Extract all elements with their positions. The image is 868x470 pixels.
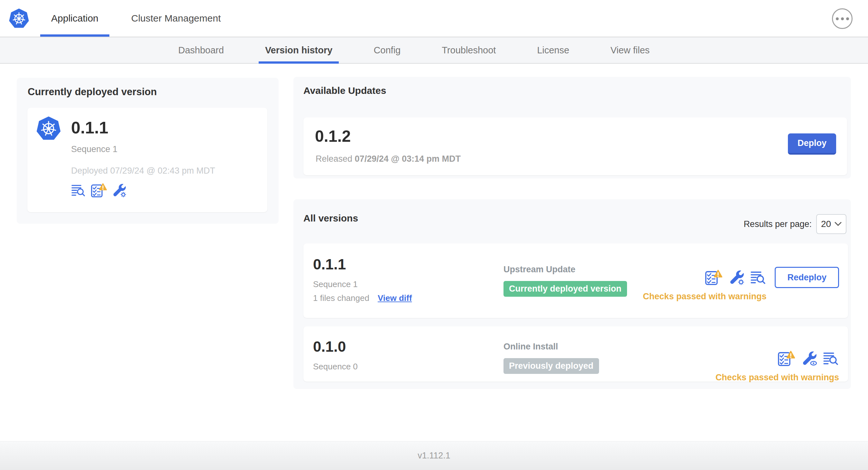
deployed-version-panel: 0.1.1 Sequence 1 Deployed 07/29/24 @ 02:… [27,108,267,212]
header-tabs: Application Cluster Management [40,0,231,37]
tab-view-files[interactable]: View files [604,37,656,63]
tab-config[interactable]: Config [367,37,407,63]
version-number: 0.1.0 [313,339,358,354]
tab-dashboard[interactable]: Dashboard [172,37,230,63]
tab-troubleshoot[interactable]: Troubleshoot [435,37,502,63]
version-source: Upstream Update [503,265,627,274]
version-sequence: Sequence 1 [313,279,412,289]
status-badge: Currently deployed version [503,281,627,297]
release-notes-icon[interactable] [750,269,766,286]
tab-version-history[interactable]: Version history [259,37,339,63]
deployed-version-number: 0.1.1 [71,119,215,136]
chevron-down-icon [835,222,842,226]
deploy-button[interactable]: Deploy [788,133,836,155]
version-row-0-1-1: 0.1.1 Sequence 1 1 files changed View di… [303,243,848,318]
released-prefix: Released [316,154,352,164]
kubernetes-logo [8,8,30,29]
ellipsis-menu-icon[interactable] [832,8,852,29]
tab-license[interactable]: License [530,37,576,63]
version-sequence: Sequence 0 [313,362,358,372]
release-notes-icon[interactable] [823,350,839,367]
all-versions-title: All versions [303,213,358,224]
results-per-page-select[interactable]: 20 [816,214,846,234]
preflight-checks-warning-icon[interactable] [705,269,722,286]
results-per-page-label: Results per page: [743,219,812,229]
deployed-sequence: Sequence 1 [71,144,215,154]
update-released-timestamp: Released 07/29/24 @ 03:14 pm MDT [316,154,461,164]
version-source: Online Install [503,342,599,352]
preflight-checks-warning-icon[interactable] [90,183,107,198]
checks-status-text[interactable]: Checks passed with warnings [715,373,839,382]
currently-deployed-title: Currently deployed version [28,86,157,98]
available-updates-card: Available Updates 0.1.2 Released 07/29/2… [293,77,851,178]
view-config-icon[interactable] [801,350,817,367]
edit-config-icon[interactable] [728,269,744,286]
app-header: Application Cluster Management [0,0,868,37]
view-diff-link[interactable]: View diff [378,293,412,303]
currently-deployed-card: Currently deployed version 0.1.1 Sequenc… [17,78,279,224]
tab-cluster-management[interactable]: Cluster Management [120,0,231,37]
preflight-checks-warning-icon[interactable] [777,350,795,367]
available-updates-title: Available Updates [303,85,386,96]
version-number: 0.1.1 [313,257,412,272]
version-row-0-1-0: 0.1.0 Sequence 0 Online Install Previous… [303,326,848,381]
app-footer: v1.112.1 [0,441,868,470]
tab-application[interactable]: Application [40,0,110,37]
released-date: 07/29/24 @ 03:14 pm MDT [355,154,461,164]
release-notes-icon[interactable] [71,183,86,198]
checks-status-text[interactable]: Checks passed with warnings [643,292,766,302]
status-badge: Previously deployed [503,358,599,374]
all-versions-card: All versions Results per page: 20 0.1.1 … [293,199,851,389]
update-version-number: 0.1.2 [315,127,351,146]
deployed-timestamp: Deployed 07/29/24 @ 02:43 pm MDT [71,166,215,176]
update-row: 0.1.2 Released 07/29/24 @ 03:14 pm MDT D… [303,118,847,175]
app-subnav: Dashboard Version history Config Trouble… [0,37,868,64]
redeploy-button[interactable]: Redeploy [775,267,839,288]
app-icon [36,115,61,141]
console-version: v1.112.1 [417,451,451,461]
files-changed-text: 1 files changed [313,293,369,303]
edit-config-icon[interactable] [112,183,126,198]
results-per-page-value: 20 [821,219,831,229]
